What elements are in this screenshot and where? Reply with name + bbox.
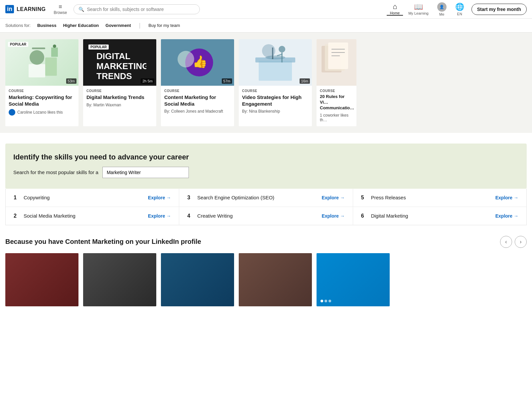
search-icon: 🔍 (78, 7, 84, 12)
course-card-4[interactable]: 16m COURSE Video Strategies for High Eng… (239, 39, 312, 126)
language-nav-item[interactable]: 🌐 EN (452, 3, 467, 16)
skill-1-explore[interactable]: Explore → (148, 195, 171, 200)
course-info-2: COURSE Digital Marketing Trends By: Mart… (83, 86, 156, 113)
course-type-5: COURSE (320, 89, 353, 93)
my-learning-label: My Learning (408, 11, 429, 15)
skills-row-2: 2 Social Media Marketing Explore → 4 Cre… (6, 207, 526, 225)
skills-cell-1: 1 Copywriting Explore → (6, 189, 179, 207)
svg-rect-12 (259, 61, 292, 81)
course-card-3[interactable]: 👍 57m COURSE Content Marketing for Socia… (161, 39, 234, 126)
duration-1: 53m (66, 78, 76, 84)
dot-1 (321, 300, 323, 302)
skills-identify-box: Identify the skills you need to advance … (5, 144, 527, 189)
skill-4-explore[interactable]: Explore → (322, 213, 344, 219)
liked-text-1: Caroline Lozano likes this (17, 110, 63, 115)
svg-point-16 (262, 44, 275, 57)
skill-5-name: Press Releases (371, 195, 406, 200)
skills-cell-6: 6 Digital Marketing Explore → (353, 207, 526, 225)
me-nav-item[interactable]: 👤 Me (434, 2, 450, 16)
badge-popular-2: POPULAR (88, 45, 109, 50)
skills-search-row: Search for the most popular skills for a (13, 167, 519, 178)
because-header: Because you have Content Marketing on yo… (5, 236, 527, 248)
browse-icon: ≡ (59, 4, 62, 10)
skills-cell-3: 3 Search Engine Optimization (SEO) Explo… (179, 189, 353, 207)
svg-text:MARKETING: MARKETING (96, 61, 146, 71)
because-card-1[interactable] (5, 253, 78, 306)
skill-3-explore[interactable]: Explore → (322, 195, 344, 200)
prev-arrow-button[interactable]: ‹ (500, 236, 512, 248)
solutions-label: Solutions for: (5, 23, 31, 28)
top-navbar: in LEARNING ≡ Browse 🔍 ⌂ Home 📖 My Learn… (0, 0, 532, 19)
course-card-2[interactable]: DIGITAL MARKETING TRENDS UPDATED POPULAR… (83, 39, 156, 126)
dot-2 (325, 300, 327, 302)
search-bar[interactable]: 🔍 (73, 4, 200, 14)
search-input[interactable] (87, 7, 195, 12)
svg-text:TRENDS: TRENDS (96, 71, 132, 81)
svg-point-5 (53, 45, 56, 48)
duration-4: 16m (300, 78, 310, 84)
skill-6-explore[interactable]: Explore → (495, 213, 518, 219)
skill-3-num: 3 (187, 195, 193, 201)
buy-for-team-link[interactable]: Buy for my team (149, 23, 180, 28)
skill-6-name: Digital Marketing (371, 213, 408, 219)
skill-6-num: 6 (361, 213, 366, 219)
government-link[interactable]: Government (105, 23, 131, 28)
start-free-month-button[interactable]: Start my free month (471, 4, 527, 15)
svg-rect-0 (29, 64, 45, 77)
course-title-1: Marketing: Copywriting for Social Media (9, 94, 75, 107)
duration-3: 57m (222, 78, 232, 84)
liker-avatar-1 (9, 109, 15, 116)
svg-rect-1 (45, 57, 57, 76)
course-title-4: Video Strategies for High Engagement (242, 94, 309, 107)
home-nav-item[interactable]: ⌂ Home (387, 3, 403, 16)
nav-icons: ⌂ Home 📖 My Learning 👤 Me 🌐 EN (387, 2, 467, 16)
course-info-4: COURSE Video Strategies for High Engagem… (239, 86, 312, 119)
skill-1-name-num: 1 Copywriting (14, 195, 50, 201)
course-info-5: COURSE 20 Rules for Vi… Communicatio… 1 … (317, 86, 356, 126)
next-arrow-button[interactable]: › (515, 236, 527, 248)
course-card-1[interactable]: POPULAR 53m COURSE Marketing: Copywritin… (5, 39, 78, 126)
because-card-3[interactable] (161, 253, 234, 306)
skills-grid: 1 Copywriting Explore → 3 Search Engine … (5, 189, 527, 225)
course-thumb-3: 👍 57m (161, 39, 234, 86)
me-label: Me (439, 12, 444, 16)
browse-label: Browse (54, 10, 67, 15)
linkedin-logo: in (5, 5, 14, 13)
skill-4-num: 4 (187, 213, 193, 219)
course-thumb-4: 16m (239, 39, 312, 86)
course-title-2: Digital Marketing Trends (86, 94, 153, 101)
browse-button[interactable]: ≡ Browse (51, 4, 69, 15)
skills-heading: Identify the skills you need to advance … (13, 153, 519, 161)
higher-education-link[interactable]: Higher Education (63, 23, 99, 28)
course-type-1: COURSE (9, 89, 75, 93)
because-courses-grid (5, 253, 527, 306)
svg-rect-4 (51, 48, 58, 57)
because-card-5[interactable] (317, 253, 390, 306)
business-link[interactable]: Business (37, 23, 57, 28)
dot-3 (329, 300, 331, 302)
home-label: Home (390, 11, 400, 15)
home-icon: ⌂ (393, 3, 397, 10)
course-type-3: COURSE (164, 89, 231, 93)
skills-row-1: 1 Copywriting Explore → 3 Search Engine … (6, 189, 526, 207)
skill-5-explore[interactable]: Explore → (495, 195, 518, 200)
skill-3-name-num: 3 Search Engine Optimization (SEO) (187, 195, 274, 201)
skill-2-name-num: 2 Social Media Marketing (14, 213, 75, 219)
course-illus-5 (317, 39, 356, 86)
svg-line-19 (277, 54, 282, 56)
book-icon: 📖 (414, 3, 423, 11)
course-by-2: By: Martin Waxman (86, 103, 153, 107)
skills-cell-5: 5 Press Releases Explore → (353, 189, 526, 207)
svg-point-17 (279, 46, 285, 52)
skills-role-input[interactable] (102, 167, 189, 178)
my-learning-nav-item[interactable]: 📖 My Learning (405, 3, 432, 15)
course-card-5[interactable]: COURSE 20 Rules for Vi… Communicatio… 1 … (317, 39, 356, 126)
language-label: EN (457, 12, 462, 16)
skill-2-explore[interactable]: Explore → (148, 213, 171, 219)
sub-navbar: Solutions for: Business Higher Education… (0, 19, 532, 33)
because-card-2[interactable] (83, 253, 156, 306)
course-type-4: COURSE (242, 89, 309, 93)
skills-cell-2: 2 Social Media Marketing Explore → (6, 207, 179, 225)
because-card-4[interactable] (239, 253, 312, 306)
logo[interactable]: in LEARNING (5, 5, 46, 13)
